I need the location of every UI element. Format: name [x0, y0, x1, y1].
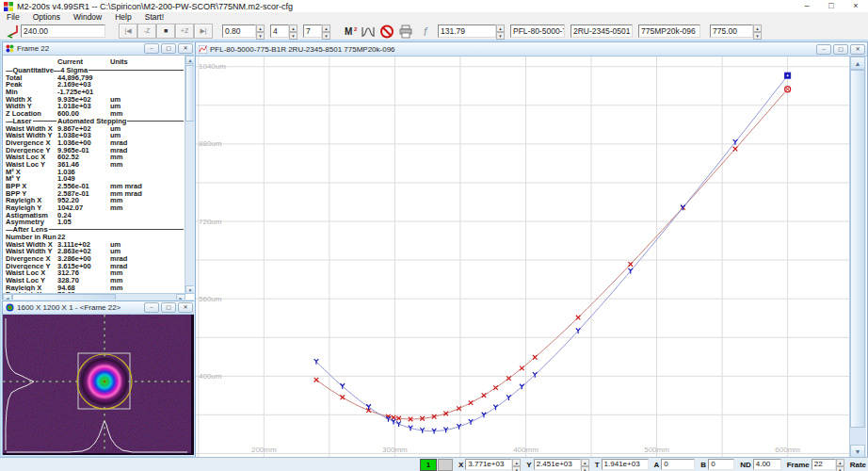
- count-field-1[interactable]: 4: [270, 24, 289, 38]
- gain-field[interactable]: 131.79: [438, 24, 496, 38]
- scroll-thumb[interactable]: [850, 70, 865, 428]
- stage-first-button[interactable]: |◀: [119, 24, 137, 39]
- data-point-marker[interactable]: [340, 395, 345, 399]
- maximize-button[interactable]: □: [819, 0, 844, 12]
- device-id-field-3[interactable]: 775MP20k-096: [638, 24, 700, 38]
- data-point-marker[interactable]: [733, 147, 738, 152]
- cursor-x-spinner[interactable]: ▴▾: [512, 459, 521, 470]
- data-point-marker[interactable]: [314, 378, 319, 382]
- cursor-y-spinner[interactable]: ▴▾: [581, 459, 589, 470]
- menu-item-file[interactable]: File: [0, 12, 26, 23]
- print-icon[interactable]: [398, 24, 413, 39]
- close-button[interactable]: ×: [844, 0, 868, 12]
- a-field[interactable]: 0: [661, 459, 695, 470]
- spinner-up-icon[interactable]: ▴: [512, 459, 521, 466]
- function-icon[interactable]: f: [419, 24, 434, 39]
- spinner-down-icon[interactable]: ▾: [512, 466, 521, 471]
- close-button[interactable]: ✕: [178, 43, 193, 54]
- beam-window-titlebar[interactable]: 1600 X 1200 X 1 - <Frame 22> –▢✕: [3, 301, 195, 315]
- chart-vertical-scrollbar[interactable]: ▲ ▼: [849, 57, 866, 458]
- frame-spinner[interactable]: ▴▾: [836, 459, 844, 470]
- scroll-up-arrow[interactable]: ▲: [185, 56, 195, 64]
- maximize-button[interactable]: ▢: [833, 44, 848, 55]
- total-field[interactable]: 1.941e+03: [602, 459, 649, 470]
- stop-icon[interactable]: [379, 24, 394, 39]
- cursor-y-field[interactable]: 2.451e+03: [534, 459, 581, 470]
- menu-item-help[interactable]: Help: [108, 12, 137, 23]
- spinner-up-icon[interactable]: ▴: [753, 24, 762, 32]
- maximize-button[interactable]: ▢: [161, 43, 176, 54]
- data-point-marker[interactable]: [396, 421, 401, 427]
- spinner-up-icon[interactable]: ▴: [322, 24, 330, 32]
- menu-item-start[interactable]: Start!: [138, 12, 170, 23]
- data-point-marker[interactable]: [520, 366, 524, 371]
- minimize-button[interactable]: –: [795, 0, 819, 12]
- close-button[interactable]: ✕: [850, 44, 865, 55]
- device-id-field-1[interactable]: PFL-80-5000-775-B: [510, 24, 565, 38]
- cursor-x-field[interactable]: 3.771e+03: [465, 459, 512, 470]
- stage-plus-z-button[interactable]: +Z: [175, 24, 194, 39]
- data-point-marker[interactable]: [493, 405, 498, 411]
- row-units: [110, 169, 185, 176]
- maximize-button[interactable]: ▢: [161, 302, 176, 313]
- step-size-field[interactable]: 0.80: [222, 24, 256, 38]
- data-point-marker[interactable]: [506, 395, 511, 400]
- spinner-down-icon[interactable]: ▾: [581, 466, 589, 471]
- scroll-up-arrow[interactable]: ▲: [850, 57, 865, 70]
- data-point-marker[interactable]: [493, 385, 498, 390]
- spinner-up-icon[interactable]: ▴: [836, 459, 844, 466]
- spinner-down-icon[interactable]: ▾: [753, 32, 762, 40]
- gain-spinner[interactable]: ▴▾: [496, 24, 505, 38]
- close-button[interactable]: ✕: [178, 302, 193, 313]
- b-field[interactable]: 0: [708, 459, 734, 470]
- nd-field[interactable]: 4.00: [753, 459, 781, 470]
- step-size-spinner[interactable]: ▴▾: [256, 24, 265, 38]
- scroll-down-arrow[interactable]: ▼: [185, 285, 195, 294]
- minimize-button[interactable]: –: [816, 44, 831, 55]
- data-point-marker[interactable]: [469, 400, 474, 405]
- x-tick-label: 600mm: [775, 446, 800, 454]
- spinner-down-icon[interactable]: ▾: [836, 466, 844, 471]
- spinner-down-icon[interactable]: ▾: [322, 32, 330, 40]
- count-field-2[interactable]: 7: [303, 24, 322, 38]
- data-point-marker[interactable]: [482, 393, 487, 398]
- scroll-thumb[interactable]: [185, 65, 195, 122]
- stage-minus-z-button[interactable]: -Z: [137, 24, 156, 39]
- z-position-field[interactable]: 240.00: [21, 24, 105, 38]
- wavelength-spinner[interactable]: ▴▾: [753, 24, 762, 38]
- row-value: 9.965e-01: [57, 147, 110, 154]
- spinner-up-icon[interactable]: ▴: [496, 24, 505, 32]
- count-spinner-2[interactable]: ▴▾: [322, 24, 330, 38]
- beam-profile-icon[interactable]: [361, 24, 376, 39]
- cursor-arrow-icon[interactable]: [6, 24, 21, 39]
- spinner-down-icon[interactable]: ▾: [289, 32, 297, 40]
- data-point-marker[interactable]: [469, 419, 474, 425]
- spinner-down-icon[interactable]: ▾: [496, 32, 505, 40]
- spinner-up-icon[interactable]: ▴: [289, 24, 297, 32]
- wavelength-field[interactable]: 775.00: [710, 24, 753, 38]
- chart-window-titlebar[interactable]: PFL-80-5000-775-B1R 2RU-2345-8501 775MP2…: [196, 42, 867, 57]
- row-label: Waist Width Y: [6, 248, 57, 255]
- data-point-marker[interactable]: [628, 262, 633, 267]
- chart-grid: [196, 57, 849, 457]
- results-window-titlebar[interactable]: Frame 22 –▢✕: [3, 42, 195, 56]
- spinner-up-icon[interactable]: ▴: [581, 459, 589, 466]
- spinner-down-icon[interactable]: ▾: [256, 32, 265, 40]
- minimize-button[interactable]: –: [144, 302, 159, 313]
- menu-item-options[interactable]: Options: [26, 12, 67, 23]
- count-spinner-1[interactable]: ▴▾: [289, 24, 297, 38]
- device-id-field-2[interactable]: 2RU-2345-0501: [571, 24, 633, 38]
- data-point-marker[interactable]: [576, 316, 581, 320]
- data-point-marker[interactable]: [533, 355, 538, 360]
- results-vertical-scrollbar[interactable]: ▲ ▼: [185, 56, 195, 294]
- scroll-down-arrow[interactable]: ▼: [850, 445, 865, 458]
- row-units: mm: [110, 269, 185, 277]
- stage-last-button[interactable]: ▶|: [194, 24, 213, 39]
- m2-calc-icon[interactable]: M 2: [344, 24, 359, 39]
- spinner-up-icon[interactable]: ▴: [256, 24, 265, 32]
- menu-item-window[interactable]: Window: [67, 12, 108, 23]
- stage-stop-button[interactable]: ■: [156, 24, 175, 39]
- minimize-button[interactable]: –: [144, 43, 159, 54]
- data-point-marker[interactable]: [506, 376, 511, 381]
- frame-field[interactable]: 22: [812, 459, 836, 470]
